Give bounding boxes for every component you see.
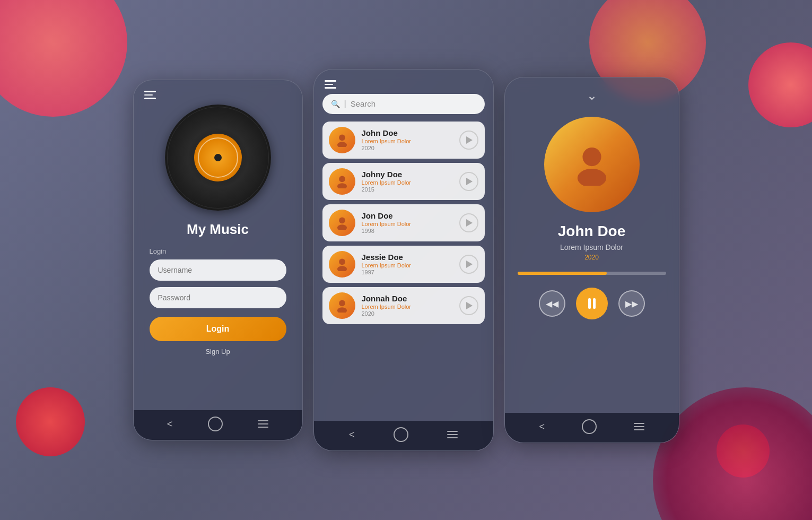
list-item[interactable]: Johny Doe Lorem Ipsum Dolor 2015	[322, 163, 485, 200]
vinyl-inner	[194, 134, 242, 181]
phones-container: My Music Login Login Sign Up <	[133, 69, 679, 451]
app-title: My Music	[187, 221, 249, 238]
play-button-1[interactable]	[459, 131, 478, 150]
hamburger2-line2	[325, 84, 333, 85]
pause-button[interactable]	[576, 288, 608, 319]
song-list: John Doe Lorem Ipsum Dolor 2020	[322, 122, 485, 421]
svg-point-3	[337, 183, 346, 188]
back-button-3[interactable]: <	[539, 421, 545, 432]
player-year: 2020	[584, 254, 599, 261]
svg-point-10	[582, 148, 601, 166]
menu-line1	[258, 420, 268, 421]
song-info-5: Jonnah Doe Lorem Ipsum Dolor 2020	[362, 294, 453, 317]
player-name: John Doe	[558, 223, 626, 240]
skip-forward-icon: ▶▶	[625, 299, 638, 309]
player-person-icon	[571, 143, 613, 186]
password-input[interactable]	[150, 287, 286, 308]
phone1-content: My Music Login Login Sign Up	[134, 105, 302, 411]
song-desc-4: Lorem Ipsum Dolor	[362, 262, 453, 268]
svg-point-5	[337, 224, 346, 230]
person-icon-2	[335, 175, 349, 188]
song-name-3: Jon Doe	[362, 211, 453, 220]
prev-button[interactable]: ◀◀	[539, 290, 565, 317]
phone2-header	[314, 70, 493, 94]
menu3-line1	[634, 423, 644, 424]
menu-button[interactable]	[258, 420, 268, 428]
play-button-5[interactable]	[459, 296, 478, 315]
phone-search: 🔍 | Search John Doe Lorem Ipsum Dolor	[313, 69, 494, 451]
svg-point-2	[339, 176, 345, 182]
menu-line2	[258, 423, 268, 424]
pause-bar-2	[593, 298, 596, 309]
play-triangle-4	[466, 261, 473, 268]
play-triangle-5	[466, 302, 473, 309]
menu-button-3[interactable]	[634, 423, 644, 430]
search-placeholder: Search	[351, 99, 476, 108]
menu3-line3	[634, 429, 644, 430]
vinyl-record	[165, 105, 271, 211]
next-button[interactable]: ▶▶	[618, 290, 645, 317]
bg-blob-1	[0, 0, 127, 117]
phone3-bottom-nav: <	[505, 413, 679, 443]
menu2-line1	[447, 431, 458, 432]
song-year-4: 1997	[362, 269, 453, 275]
avatar-5	[329, 292, 355, 319]
list-item[interactable]: John Doe Lorem Ipsum Dolor 2020	[322, 122, 485, 159]
home-button[interactable]	[208, 417, 223, 431]
home-button-3[interactable]	[582, 419, 597, 434]
svg-point-0	[339, 134, 345, 141]
song-desc-5: Lorem Ipsum Dolor	[362, 304, 453, 310]
bg-blob-3	[748, 42, 812, 127]
song-name-2: Johny Doe	[362, 170, 453, 179]
phone1-bottom-nav: <	[134, 410, 302, 440]
phone-player: ⌄ John Doe Lorem Ipsum Dolor 2020 ◀◀	[504, 77, 679, 443]
song-name-5: Jonnah Doe	[362, 294, 453, 303]
player-description: Lorem Ipsum Dolor	[560, 243, 623, 252]
chevron-down-icon[interactable]: ⌄	[587, 88, 597, 103]
hamburger-icon-2[interactable]	[325, 80, 336, 89]
search-bar[interactable]: 🔍 | Search	[322, 94, 485, 114]
signup-link[interactable]: Sign Up	[205, 348, 230, 356]
progress-bar-container[interactable]	[518, 272, 666, 275]
svg-point-7	[337, 266, 346, 271]
menu-line3	[258, 427, 268, 428]
song-year-5: 2020	[362, 310, 453, 317]
hamburger-line1	[144, 91, 156, 92]
username-input[interactable]	[150, 259, 286, 281]
song-info-3: Jon Doe Lorem Ipsum Dolor 1998	[362, 211, 453, 234]
login-button[interactable]: Login	[150, 317, 286, 341]
play-triangle-1	[466, 136, 473, 144]
hamburger-icon[interactable]	[144, 91, 156, 99]
play-button-4[interactable]	[459, 255, 478, 274]
svg-point-6	[339, 258, 345, 265]
play-button-3[interactable]	[459, 213, 478, 232]
phone2-bottom-nav: <	[314, 421, 493, 450]
hamburger-line3	[144, 98, 156, 99]
player-avatar	[544, 117, 640, 212]
song-desc-1: Lorem Ipsum Dolor	[362, 138, 453, 144]
song-name-1: John Doe	[362, 128, 453, 137]
home-button-2[interactable]	[394, 427, 408, 442]
song-info-4: Jessie Doe Lorem Ipsum Dolor 1997	[362, 253, 453, 275]
phone3-content: John Doe Lorem Ipsum Dolor 2020 ◀◀ ▶▶	[505, 117, 679, 413]
phone-login: My Music Login Login Sign Up <	[133, 80, 303, 440]
bg-blob-4	[16, 387, 85, 456]
back-button[interactable]: <	[167, 419, 173, 430]
login-label: Login	[150, 247, 167, 255]
play-button-2[interactable]	[459, 172, 478, 191]
list-item[interactable]: Jonnah Doe Lorem Ipsum Dolor 2020	[322, 287, 485, 324]
song-name-4: Jessie Doe	[362, 253, 453, 262]
song-desc-3: Lorem Ipsum Dolor	[362, 221, 453, 227]
svg-point-1	[337, 142, 346, 147]
list-item[interactable]: Jessie Doe Lorem Ipsum Dolor 1997	[322, 246, 485, 283]
skip-back-icon: ◀◀	[546, 299, 558, 309]
person-icon-3	[335, 216, 349, 230]
list-item[interactable]: Jon Doe Lorem Ipsum Dolor 1998	[322, 204, 485, 241]
menu-button-2[interactable]	[447, 431, 458, 438]
avatar-2	[329, 168, 355, 195]
svg-point-11	[577, 169, 606, 186]
hamburger-line2	[144, 94, 153, 96]
avatar-4	[329, 251, 355, 278]
back-button-2[interactable]: <	[349, 429, 355, 440]
phone3-header: ⌄	[505, 77, 679, 117]
